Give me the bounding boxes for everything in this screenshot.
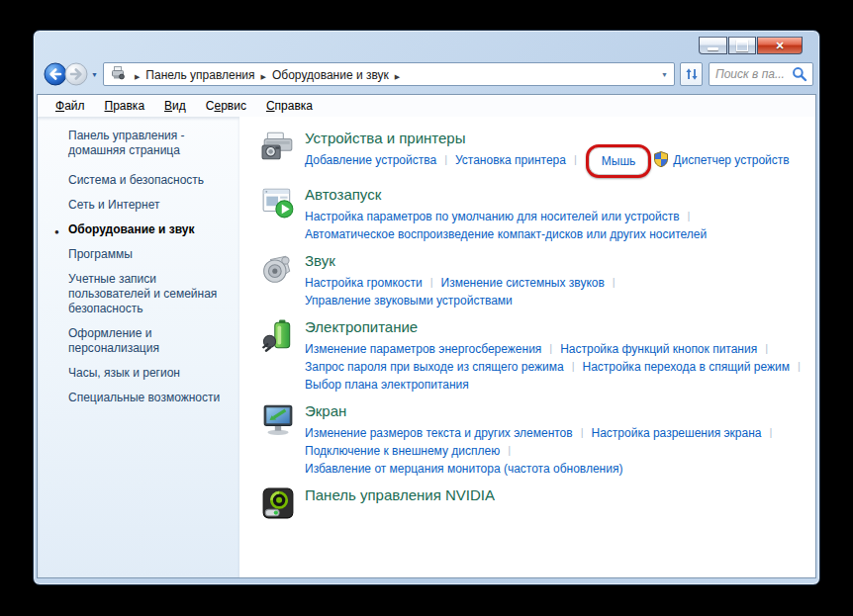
content-pane: Устройства и принтерыДобавление устройст… [239, 117, 815, 577]
task-link-devices-and-printers-0-0[interactable]: Добавление устройства [305, 153, 436, 167]
task-link-power-options-0-1[interactable]: Настройка функций кнопок питания [560, 342, 757, 356]
minimize-icon [708, 47, 718, 50]
link-separator: | [765, 339, 768, 357]
task-link-display-0-0[interactable]: Изменение размеров текста и других элеме… [305, 426, 573, 440]
sidebar-item-5[interactable]: Учетные записи пользователей и семейная … [68, 272, 226, 316]
link-separator: | [430, 273, 433, 291]
search-icon[interactable] [792, 66, 807, 82]
task-link-power-options-0-0[interactable]: Изменение параметров энергосбережения [305, 342, 541, 356]
menu-item-4[interactable]: Справка [256, 96, 323, 116]
sidebar-item-6[interactable]: Оформление и персонализация [68, 326, 226, 356]
close-button[interactable]: ✕ [757, 37, 803, 54]
task-row: Настройка параметров по умолчанию для но… [305, 208, 707, 225]
section-text: ЗвукНастройка громкости|Изменение систем… [305, 251, 623, 309]
recent-pages-caret-icon[interactable]: ▼ [91, 71, 98, 78]
sidebar-item-label: Сеть и Интернет [68, 198, 159, 212]
devices-printers-icon [261, 130, 295, 163]
task-link-sound-0-1[interactable]: Изменение системных звуков [441, 276, 605, 290]
breadcrumb-arrow-icon[interactable]: ▶ [135, 73, 140, 80]
menu-item-0[interactable]: Файл [46, 96, 95, 116]
menu-item-2[interactable]: Вид [154, 96, 196, 116]
sidebar-item-4[interactable]: Программы [68, 247, 226, 262]
maximize-button[interactable] [728, 37, 756, 54]
section-sound: ЗвукНастройка громкости|Изменение систем… [261, 251, 807, 309]
task-row: Выбор плана электропитания [305, 376, 807, 394]
menu-item-1[interactable]: Правка [95, 96, 155, 116]
breadcrumb-arrow-icon[interactable]: ▶ [395, 73, 400, 80]
menu-bar: ФайлПравкаВидСервисСправка [38, 95, 815, 117]
task-link-devices-and-printers-0-1[interactable]: Установка принтера [455, 153, 566, 167]
link-separator: | [574, 150, 577, 168]
sidebar-item-label: Оформление и персонализация [68, 326, 159, 355]
section-title-autoplay[interactable]: Автозапуск [305, 185, 707, 205]
maximize-icon [736, 40, 748, 51]
breadcrumb-item-0[interactable]: Панель управления [145, 68, 254, 82]
address-bar[interactable]: ▶Панель управления▶Оборудование и звук▶ … [103, 62, 675, 86]
sidebar-item-label: Оборудование и звук [68, 222, 195, 236]
section-title-sound[interactable]: Звук [305, 251, 623, 271]
task-row: Подключение к внешнему дисплею| [305, 442, 780, 460]
link-separator: | [572, 357, 575, 375]
control-panel-window: ✕ [33, 30, 820, 585]
task-link-power-options-1-1[interactable]: Настройка перехода в спящий режим [582, 360, 789, 374]
refresh-icon [685, 67, 699, 81]
highlight-ring: Мышь [586, 144, 652, 178]
client-area: ФайлПравкаВидСервисСправка Панель управл… [37, 94, 816, 578]
task-link-devices-and-printers-0-3[interactable]: Диспетчер устройств [673, 153, 789, 167]
task-link-power-options-1-0[interactable]: Запрос пароля при выходе из спящего режи… [305, 360, 564, 374]
sidebar-item-7[interactable]: Часы, язык и регион [68, 366, 226, 381]
close-icon: ✕ [775, 40, 784, 52]
task-link-sound-0-0[interactable]: Настройка громкости [305, 276, 423, 290]
task-link-display-0-1[interactable]: Настройка разрешения экрана [592, 426, 762, 440]
breadcrumb-item-1[interactable]: Оборудование и звук [272, 68, 389, 82]
window-body: Панель управления - домашняя страницаСис… [38, 117, 815, 577]
sidebar-item-8[interactable]: Специальные возможности [68, 391, 226, 405]
task-row: Автоматическое воспроизведение компакт-д… [305, 225, 707, 243]
link-separator: | [688, 207, 691, 224]
search-input[interactable] [715, 67, 792, 81]
section-title-power-options[interactable]: Электропитание [305, 317, 807, 337]
autoplay-icon [261, 186, 295, 220]
task-link-display-1-0[interactable]: Подключение к внешнему дисплею [305, 444, 500, 458]
forward-button[interactable] [64, 62, 88, 86]
section-title-devices-and-printers[interactable]: Устройства и принтеры [305, 129, 790, 148]
section-text: ЭлектропитаниеИзменение параметров энерг… [305, 317, 807, 394]
minimize-button[interactable] [699, 37, 727, 54]
breadcrumb-arrow-icon[interactable]: ▶ [261, 73, 266, 80]
task-row: Настройка громкости|Изменение системных … [305, 274, 623, 292]
task-link-display-2-0[interactable]: Избавление от мерцания монитора (частота… [305, 462, 622, 476]
section-text: Устройства и принтерыДобавление устройст… [305, 129, 790, 169]
section-text: Панель управления NVIDIA [305, 485, 495, 520]
sidebar-item-0[interactable]: Панель управления - домашняя страница [68, 129, 226, 158]
power-icon [261, 318, 295, 352]
link-separator: | [581, 423, 584, 441]
display-icon [261, 402, 295, 436]
sidebar-item-label: Учетные записи пользователей и семейная … [68, 272, 217, 315]
task-link-sound-1-0[interactable]: Управление звуковыми устройствами [305, 294, 513, 308]
link-separator: | [798, 357, 801, 375]
section-title-display[interactable]: Экран [305, 401, 780, 421]
section-display: ЭкранИзменение размеров текста и других … [261, 401, 807, 478]
task-link-autoplay-1-0[interactable]: Автоматическое воспроизведение компакт-д… [305, 227, 707, 241]
menu-item-3[interactable]: Сервис [196, 96, 256, 116]
sidebar-item-label: Специальные возможности [68, 391, 220, 404]
sidebar-item-2[interactable]: Сеть и Интернет [68, 198, 226, 213]
task-row: Запрос пароля при выходе из спящего режи… [305, 358, 807, 376]
sidebar-item-1[interactable]: Система и безопасность [68, 173, 226, 188]
sidebar: Панель управления - домашняя страницаСис… [38, 117, 239, 577]
task-link-autoplay-0-0[interactable]: Настройка параметров по умолчанию для но… [305, 210, 680, 223]
active-bullet-icon: ● [54, 224, 59, 239]
task-row: Избавление от мерцания монитора (частота… [305, 460, 780, 478]
section-devices-and-printers: Устройства и принтерыДобавление устройст… [261, 129, 807, 169]
task-link-power-options-2-0[interactable]: Выбор плана электропитания [305, 378, 469, 392]
refresh-button[interactable] [680, 62, 703, 86]
task-link-devices-and-printers-0-2[interactable]: Мышь [602, 154, 636, 168]
sidebar-item-3[interactable]: ●Оборудование и звук [68, 222, 226, 237]
navigation-bar: ▼ ▶Панель управления▶Оборудование и звук… [34, 58, 819, 90]
section-power-options: ЭлектропитаниеИзменение параметров энерг… [261, 317, 807, 394]
address-dropdown-caret-icon[interactable]: ▼ [661, 71, 668, 78]
task-row: Управление звуковыми устройствами [305, 292, 623, 309]
section-title-nvidia-control-panel[interactable]: Панель управления NVIDIA [305, 485, 495, 505]
nvidia-icon [261, 486, 295, 520]
sound-icon [261, 252, 295, 286]
